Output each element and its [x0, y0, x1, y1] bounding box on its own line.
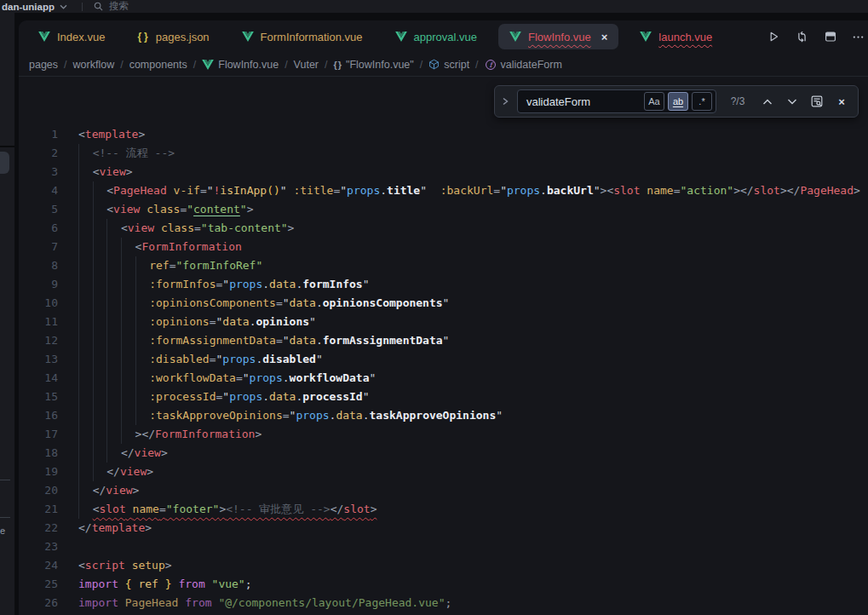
project-selector[interactable]: dan-uniapp [0, 2, 67, 12]
breadcrumb-item--flowinfo-vue-[interactable]: { }"FlowInfo.vue" [334, 59, 414, 71]
code-line-content[interactable]: :opinionsComponents="data.opinionsCompon… [78, 294, 449, 313]
breadcrumb-label: "FlowInfo.vue" [346, 59, 414, 71]
code-line-content[interactable]: <!-- 流程 --> [78, 144, 175, 163]
close-find-icon[interactable]: × [833, 92, 850, 111]
indent-guide [106, 444, 121, 463]
code-line: 12:formAssignmentData="data.formAssignme… [19, 331, 868, 350]
code-line-content[interactable]: :formAssignmentData="data.formAssignment… [78, 331, 449, 350]
code-line-content[interactable]: <FormInformation [78, 238, 242, 256]
symbol-object-icon: { } [334, 60, 342, 70]
indent-guide [121, 313, 135, 331]
regex-toggle[interactable]: .* [692, 92, 712, 111]
line-number: 9 [19, 275, 58, 294]
toggle-replace-chevron-icon[interactable] [501, 96, 509, 106]
line-number: 14 [19, 369, 58, 388]
breadcrumb-item-flowinfo-vue[interactable]: FlowInfo.vue [202, 59, 279, 71]
code-line-content[interactable]: </template> [78, 519, 152, 537]
code-line-content[interactable]: ></FormInformation> [78, 425, 262, 444]
code-line-content[interactable]: import PageHead from "@/components/layou… [78, 594, 451, 612]
indent-guide [78, 369, 93, 388]
tab-launch-vue[interactable]: launch.vue [629, 24, 723, 49]
vue-icon [640, 32, 652, 42]
code-line: 8ref="formInfoRef" [19, 256, 868, 275]
code-line: 7<FormInformation [19, 238, 868, 256]
code-line-content[interactable]: <PageHead v-if="!isInApp()" :title="prop… [78, 181, 860, 200]
code-line-content[interactable]: :opinions="data.opinions" [78, 313, 316, 331]
split-editor-button[interactable] [824, 30, 837, 43]
breadcrumb-item-script[interactable]: script [428, 59, 469, 71]
code-line-content[interactable]: ref="formInfoRef" [78, 256, 262, 275]
indent-guide [135, 350, 150, 369]
whole-word-toggle[interactable]: ab [668, 92, 688, 111]
code-line-content[interactable]: :formInfos="props.data.formInfos" [78, 275, 370, 294]
indent-guide [78, 481, 93, 500]
vue-icon [38, 32, 50, 42]
vue-icon [509, 32, 521, 42]
line-number: 26 [19, 594, 58, 612]
breadcrumb-item-vuter[interactable]: Vuter [294, 59, 319, 71]
indent-guide [78, 256, 93, 275]
code-line-content[interactable]: :processId="props.data.processId" [78, 388, 370, 406]
line-number: 8 [19, 256, 58, 275]
code-line-content[interactable]: <template> [78, 125, 145, 144]
breadcrumb-separator: / [193, 59, 196, 71]
find-query: validateForm [526, 95, 644, 108]
indent-guide [135, 388, 150, 406]
find-in-selection-button[interactable] [808, 92, 825, 111]
more-actions-button[interactable] [852, 31, 865, 43]
match-case-toggle[interactable]: Aa [644, 92, 664, 111]
find-input[interactable]: validateForm Aa ab .* [517, 89, 716, 113]
tab-pages-json[interactable]: { }pages.json [126, 24, 220, 49]
find-results-count: ?/3 [724, 95, 751, 107]
sidebar-divider [0, 146, 14, 147]
tab-forminformation-vue[interactable]: FormInformation.vue [231, 24, 374, 49]
code-line: 13:disabled="props.disabled" [19, 350, 868, 369]
vue-icon [202, 60, 214, 70]
indent-guide [78, 181, 93, 200]
compare-changes-button[interactable] [795, 30, 809, 44]
code-line: 4<PageHead v-if="!isInApp()" :title="pro… [19, 181, 868, 200]
sidebar-divider [0, 480, 10, 480]
code-line-content[interactable]: import { ref } from "vue"; [78, 575, 252, 594]
find-toggles: Aa ab .* [644, 92, 712, 111]
code-line: 16:taskApproveOpinions="props.data.taskA… [19, 406, 868, 425]
tab-label: FormInformation.vue [261, 31, 363, 43]
indent-guide [78, 294, 93, 313]
line-number: 10 [19, 294, 58, 313]
line-number: 1 [19, 125, 58, 144]
breadcrumb-item-workflow[interactable]: workflow [73, 59, 115, 71]
code-line-content[interactable]: <view class="content"> [78, 200, 254, 219]
code-line-content[interactable]: </view> [78, 463, 153, 481]
global-search[interactable]: 搜索 [94, 0, 129, 13]
code-line-content[interactable]: <view class="tab-content"> [78, 219, 294, 238]
tab-flowinfo-vue[interactable]: FlowInfo.vue× [498, 24, 618, 49]
indent-guide [93, 275, 107, 294]
indent-guide [106, 219, 121, 238]
code-line-content[interactable]: <script setup> [78, 556, 172, 575]
indent-guide [106, 388, 121, 406]
indent-guide [121, 331, 135, 350]
close-icon[interactable]: × [601, 32, 608, 43]
code-line-content[interactable]: </view> [78, 444, 168, 463]
indent-guide [121, 275, 135, 294]
code-line-content[interactable]: <view> [78, 163, 133, 181]
breadcrumb-item-validateform[interactable]: fvalidateForm [485, 59, 562, 71]
breadcrumb-item-components[interactable]: components [129, 59, 187, 71]
breadcrumb-label: components [129, 59, 187, 71]
code-line-content[interactable]: </view> [78, 481, 139, 500]
code-line-content[interactable]: :disabled="props.disabled" [78, 350, 323, 369]
tab-approval-vue[interactable]: approval.vue [384, 24, 488, 49]
next-match-button[interactable] [784, 92, 801, 111]
sidebar-handle[interactable] [0, 152, 9, 174]
previous-match-button[interactable] [759, 92, 776, 111]
code-line-content[interactable]: :workflowData="props.workflowData" [78, 369, 376, 388]
code-line-content[interactable]: :taskApproveOpinions="props.data.taskApp… [78, 406, 503, 425]
breadcrumb-item-pages[interactable]: pages [29, 59, 58, 71]
editor-area[interactable]: validateForm Aa ab .* ?/3 [19, 77, 868, 615]
run-button[interactable] [767, 30, 780, 43]
tab-index-vue[interactable]: Index.vue [27, 24, 116, 49]
indent-guide [78, 463, 93, 481]
code-line-content[interactable]: <slot name="footer"><!-- 审批意见 --></slot> [78, 500, 377, 519]
indent-guide [106, 331, 121, 350]
line-number: 13 [19, 350, 58, 369]
